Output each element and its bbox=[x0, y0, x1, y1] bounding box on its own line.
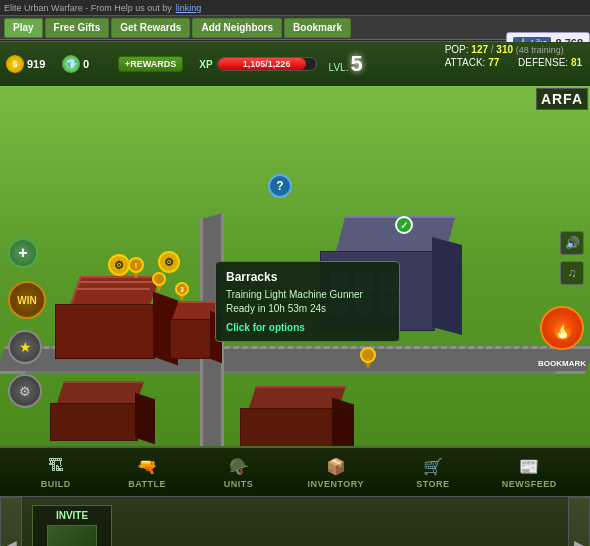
game-area[interactable]: ARFA ? ⚙ ⚙ ! 3 ✓ Barracks Trai bbox=[0, 86, 590, 446]
units-icon: 🪖 bbox=[225, 455, 253, 477]
attack-defense-stat: ATTACK: 77 DEFENSE: 81 bbox=[445, 57, 582, 68]
cash-icon: 💎 bbox=[62, 55, 80, 73]
settings-button[interactable]: ⚙ bbox=[8, 374, 42, 408]
neighbors-right-arrow[interactable]: ▶ bbox=[568, 497, 590, 546]
attack-label: ATTACK: bbox=[445, 57, 486, 68]
tab-bookmark[interactable]: Bookmark bbox=[284, 18, 351, 38]
plus-button[interactable]: + bbox=[8, 238, 38, 268]
xp-bar: 1,105/1,226 bbox=[217, 57, 317, 71]
cash-stat: 💎 0 bbox=[62, 55, 112, 73]
tab-get-rewards[interactable]: Get Rewards bbox=[111, 18, 190, 38]
defense-value: 81 bbox=[571, 57, 582, 68]
toolbar-units[interactable]: 🪖 UNITS bbox=[216, 455, 261, 489]
tab-add-neighbors[interactable]: Add Neighbors bbox=[192, 18, 282, 38]
flame-area[interactable]: 🔥 BOOKMARK bbox=[536, 306, 588, 366]
right-stats: POP: 127 / 310 (48 training) ATTACK: 77 … bbox=[445, 44, 582, 70]
check-badge: ✓ bbox=[395, 216, 413, 234]
star-button[interactable]: ★ bbox=[8, 330, 42, 364]
building-bottom-2 bbox=[240, 386, 350, 446]
neighbors-content: INVITE RECRUIT bbox=[22, 497, 568, 546]
toolbar-battle[interactable]: 🔫 BATTLE bbox=[125, 455, 170, 489]
toolbar-store[interactable]: 🛒 STORE bbox=[410, 455, 455, 489]
yellow-pin-2[interactable] bbox=[152, 276, 166, 292]
top-bar-text: Elite Urban Warfare - From Help us out b… bbox=[4, 3, 172, 13]
invite-section[interactable]: INVITE RECRUIT bbox=[32, 505, 112, 546]
bookmark-label: BOOKMARK bbox=[538, 359, 586, 368]
xp-text: 1,105/1,226 bbox=[243, 59, 291, 69]
gold-stat: $ 919 bbox=[6, 55, 56, 73]
toolbar-build[interactable]: 🏗 BUILD bbox=[33, 455, 78, 489]
nav-tabs: Play Free Gifts Get Rewards Add Neighbor… bbox=[0, 16, 590, 40]
flame-icon: 🔥 bbox=[540, 306, 584, 350]
battle-icon: 🔫 bbox=[133, 455, 161, 477]
store-label: STORE bbox=[416, 479, 449, 489]
pop-max: 310 bbox=[496, 44, 513, 55]
inventory-icon: 📦 bbox=[322, 455, 350, 477]
top-bar: Elite Urban Warfare - From Help us out b… bbox=[0, 0, 590, 16]
invite-image bbox=[47, 525, 97, 546]
popup-cta[interactable]: Click for options bbox=[226, 322, 389, 333]
cash-value: 0 bbox=[83, 58, 89, 70]
pop-label: POP: bbox=[445, 44, 469, 55]
gold-icon: $ bbox=[6, 55, 24, 73]
invite-label: INVITE bbox=[56, 510, 88, 521]
level-box: LVL. 5 bbox=[329, 51, 363, 77]
gold-value: 919 bbox=[27, 58, 45, 70]
tab-free-gifts[interactable]: Free Gifts bbox=[45, 18, 110, 38]
tab-play[interactable]: Play bbox=[4, 18, 43, 38]
neighbors-left-arrow[interactable]: ◀ bbox=[0, 497, 22, 546]
toolbar-inventory[interactable]: 📦 INVENTORY bbox=[307, 455, 364, 489]
newsfeed-icon: 📰 bbox=[515, 455, 543, 477]
gear-badge-1[interactable]: ⚙ bbox=[108, 254, 130, 276]
lvl-label: LVL. bbox=[329, 62, 349, 73]
yellow-pin-4[interactable] bbox=[360, 351, 376, 369]
newsfeed-label: NEWSFEED bbox=[502, 479, 557, 489]
gear-badge-2[interactable]: ⚙ bbox=[158, 251, 180, 273]
pop-training: (48 training) bbox=[516, 45, 564, 55]
building-bottom-1 bbox=[50, 381, 150, 441]
defense-label: DEFENSE: bbox=[518, 57, 568, 68]
pop-stat: POP: 127 / 310 (48 training) bbox=[445, 44, 582, 55]
units-label: UNITS bbox=[224, 479, 254, 489]
toolbar-newsfeed[interactable]: 📰 NEWSFEED bbox=[502, 455, 557, 489]
lvl-num: 5 bbox=[350, 51, 362, 77]
barracks-popup[interactable]: Barracks Training Light Machine GunnerRe… bbox=[215, 261, 400, 342]
xp-section: XP 1,105/1,226 bbox=[199, 57, 316, 71]
popup-description: Training Light Machine GunnerReady in 10… bbox=[226, 288, 389, 316]
popup-title: Barracks bbox=[226, 270, 389, 284]
stats-bar: $ 919 💎 0 +REWARDS XP 1,105/1,226 LVL. 5… bbox=[0, 42, 590, 86]
build-label: BUILD bbox=[41, 479, 71, 489]
rewards-button[interactable]: +REWARDS bbox=[118, 56, 183, 72]
info-pin[interactable]: ? bbox=[268, 174, 292, 198]
building-small-1 bbox=[170, 301, 220, 361]
bottom-toolbar: 🏗 BUILD 🔫 BATTLE 🪖 UNITS 📦 INVENTORY 🛒 S… bbox=[0, 446, 590, 496]
neighbors-bar: ◀ INVITE RECRUIT ▶ bbox=[0, 496, 590, 546]
music-button[interactable]: ♫ bbox=[560, 261, 584, 285]
yellow-pin-3[interactable]: 3 bbox=[175, 286, 189, 302]
attack-value: 77 bbox=[488, 57, 499, 68]
xp-label: XP bbox=[199, 59, 212, 70]
store-icon: 🛒 bbox=[419, 455, 447, 477]
win-button[interactable]: WIN bbox=[8, 281, 46, 319]
inventory-label: INVENTORY bbox=[307, 479, 364, 489]
battle-label: BATTLE bbox=[128, 479, 166, 489]
top-bar-link[interactable]: linking bbox=[176, 3, 202, 13]
sound-button[interactable]: 🔊 bbox=[560, 231, 584, 255]
pop-value: 127 bbox=[471, 44, 488, 55]
yellow-pin-1[interactable]: ! bbox=[128, 261, 144, 279]
arfa-logo: ARFA bbox=[536, 88, 588, 110]
build-icon: 🏗 bbox=[42, 455, 70, 477]
